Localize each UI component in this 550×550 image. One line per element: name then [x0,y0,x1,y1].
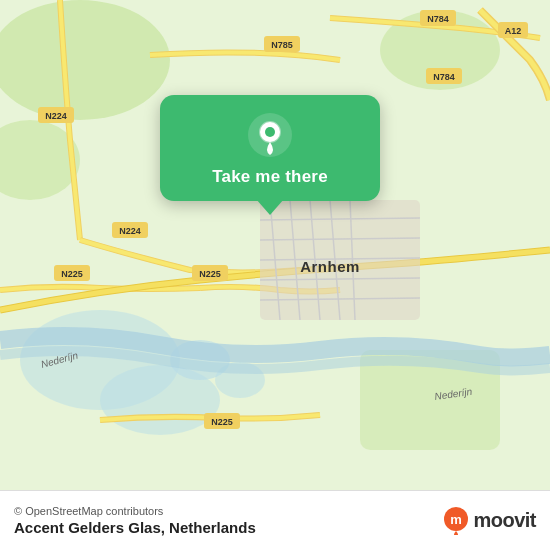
svg-text:N224: N224 [45,111,67,121]
map-container: N784 A12 N785 N224 N784 N224 N225 N225 A… [0,0,550,490]
moovit-text: moovit [473,509,536,532]
svg-text:N785: N785 [271,40,293,50]
location-title: Accent Gelders Glas, Netherlands [14,519,256,536]
map-popup[interactable]: Take me there [160,95,380,201]
take-me-there-button[interactable]: Take me there [212,167,328,187]
svg-text:A12: A12 [505,26,522,36]
svg-text:N225: N225 [211,417,233,427]
svg-text:N225: N225 [61,269,83,279]
footer-bar: © OpenStreetMap contributors Accent Geld… [0,490,550,550]
moovit-logo: m moovit [442,507,536,535]
svg-point-43 [265,127,275,137]
svg-text:m: m [451,512,463,527]
svg-text:N225: N225 [199,269,221,279]
svg-text:N224: N224 [119,226,141,236]
svg-text:Arnhem: Arnhem [300,258,360,275]
location-pin-icon [248,113,292,157]
footer-info: © OpenStreetMap contributors Accent Geld… [14,505,256,536]
moovit-icon: m [442,507,470,535]
svg-text:N784: N784 [427,14,449,24]
copyright-text: © OpenStreetMap contributors [14,505,256,517]
svg-text:N784: N784 [433,72,455,82]
